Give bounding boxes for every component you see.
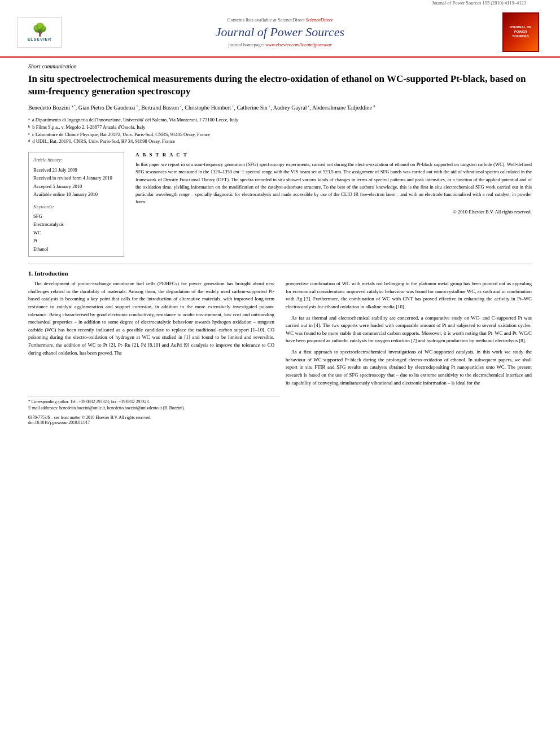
journal-logo-right: JOURNAL OF POWER SOURCES — [498, 12, 543, 52]
intro-right-p3: As a first approach to spectroelectroche… — [286, 348, 532, 387]
keyword-sfg: SFG — [33, 212, 119, 220]
keyword-ethanol: Ethanol — [33, 245, 119, 253]
received-date: Received 21 July 2009 — [33, 166, 119, 174]
intro-left-col: The development of proton-exchange membr… — [28, 280, 274, 390]
elsevier-logo: 🌳 ELSEVIER — [17, 17, 62, 48]
available-date: Available online 18 January 2010 — [33, 190, 119, 198]
intro-number: 1. — [28, 270, 33, 277]
article-content: Short communication In situ spectroelect… — [0, 58, 560, 436]
intro-body: The development of proton-exchange membr… — [28, 280, 532, 390]
affil-c-text: c Laboratoire de Chimie Physique, Bat 20… — [32, 131, 210, 138]
elsevier-tree-icon: 🌳 — [32, 24, 47, 36]
affil-d: d d UDIL, Bat. 201P1, CNRS, Univ. Paris-… — [28, 138, 532, 145]
affil-d-text: d UDIL, Bat. 201P1, CNRS, Univ. Paris-Su… — [32, 138, 175, 145]
abstract-label: A B S T R A C T — [135, 152, 532, 158]
intro-title: Introduction — [34, 270, 68, 277]
revised-date: Received in revised form 4 January 2010 — [33, 174, 119, 182]
journal-header: 🌳 ELSEVIER Contents lists available at S… — [0, 8, 560, 58]
sciencedirect-link[interactable]: ScienceDirect — [306, 17, 333, 23]
sciencedirect-line: Contents lists available at ScienceDirec… — [62, 17, 498, 23]
star-note: * Corresponding author. Tel.: +39 0832 2… — [28, 399, 532, 405]
affil-c-super: c — [28, 131, 30, 138]
doi-text: doi:10.1016/j.jpowsour.2010.01.017 — [28, 420, 532, 425]
elsevier-wordmark: ELSEVIER — [28, 37, 52, 41]
article-type: Short communication — [28, 63, 532, 69]
keyword-pt: Pt — [33, 237, 119, 244]
keywords-list: SFG Electrocatalysis WC Pt Ethanol — [33, 212, 119, 253]
footnote-divider — [28, 396, 280, 396]
article-info-box: Article history: Received 21 July 2009 R… — [28, 152, 124, 257]
intro-right-p1: prospective combination of WC with metal… — [286, 280, 532, 311]
introduction-section: 1. Introduction The development of proto… — [28, 270, 532, 390]
power-sources-logo: JOURNAL OF POWER SOURCES — [502, 12, 539, 52]
keyword-wc: WC — [33, 229, 119, 237]
affil-c: c c Laboratoire de Chimie Physique, Bat … — [28, 131, 532, 138]
sciencedirect-prefix: Contents lists available at ScienceDirec… — [228, 17, 305, 23]
copyright: © 2010 Elsevier B.V. All rights reserved… — [135, 209, 532, 215]
affiliations: a a Dipartimento di Ingegneria dell'Inno… — [28, 116, 532, 145]
issn-line: 0378-7753/$ – see front matter © 2010 El… — [28, 415, 532, 425]
abstract-column: A B S T R A C T In this paper we report … — [135, 152, 532, 257]
affil-b: b b Films S.p.a., v. Megolo 2, I-28877 A… — [28, 124, 532, 131]
footnotes: * Corresponding author. Tel.: +39 0832 2… — [28, 399, 532, 412]
homepage-label: journal homepage: — [228, 42, 265, 47]
logo-text: JOURNAL OF POWER SOURCES — [504, 23, 538, 41]
info-dates: Received 21 July 2009 Received in revise… — [33, 166, 119, 199]
author-list: Benedetto Bozzini a,*, Gian Pietro De Ga… — [28, 104, 375, 111]
journal-name: Journal of Power Sources — [62, 25, 498, 40]
keyword-electrocatalysis: Electrocatalysis — [33, 220, 119, 228]
accepted-date: Accepted 5 January 2010 — [33, 182, 119, 190]
affil-b-text: b Films S.p.a., v. Megolo 2, I-28877 Anz… — [32, 124, 145, 131]
email2: benedetto.bozzini@unisalento.it — [107, 405, 162, 410]
article-title: In situ spectroelectrochemical measureme… — [28, 73, 532, 98]
intro-heading: 1. Introduction — [28, 270, 532, 277]
intro-p1: The development of proton-exchange membr… — [28, 280, 274, 357]
elsevier-logo-box: 🌳 ELSEVIER — [18, 17, 62, 48]
info-abstract-section: Article history: Received 21 July 2009 R… — [28, 152, 532, 257]
journal-homepage: journal homepage: www.elsevier.com/locat… — [62, 42, 498, 47]
affil-b-super: b — [28, 124, 30, 131]
issn-text: 0378-7753/$ – see front matter © 2010 El… — [28, 415, 532, 420]
email1: benedetto.bozzini@unile.it — [59, 405, 105, 410]
journal-title-center: Contents lists available at ScienceDirec… — [62, 17, 498, 47]
homepage-link[interactable]: www.elsevier.com/locate/jpowsour — [265, 42, 331, 47]
email-note: E-mail addresses: benedetto.bozzini@unil… — [28, 405, 532, 411]
journal-citation: Journal of Power Sources 195 (2010) 4119… — [0, 0, 560, 6]
page: Journal of Power Sources 195 (2010) 4119… — [0, 0, 560, 747]
keywords-label: Keywords: — [33, 203, 119, 211]
intro-right-p2: As far as thermal and electrochemical st… — [286, 314, 532, 346]
history-label: Article history: — [33, 156, 119, 164]
email-name: (B. Bozzini). — [163, 405, 185, 410]
affil-a-super: a — [28, 116, 30, 124]
authors: Benedetto Bozzini a,*, Gian Pietro De Ga… — [28, 103, 532, 112]
citation-text: Journal of Power Sources 195 (2010) 4119… — [432, 0, 526, 6]
intro-right-col: prospective combination of WC with metal… — [286, 280, 532, 390]
affil-a: a a Dipartimento di Ingegneria dell'Inno… — [28, 116, 532, 124]
section-divider — [28, 264, 532, 264]
abstract-text: In this paper we report in situ sum-freq… — [135, 161, 532, 206]
affil-a-text: a Dipartimento di Ingegneria dell'Innova… — [32, 116, 238, 124]
article-info-column: Article history: Received 21 July 2009 R… — [28, 152, 124, 257]
affil-d-super: d — [28, 138, 30, 145]
email-label: E-mail addresses: — [28, 405, 58, 410]
